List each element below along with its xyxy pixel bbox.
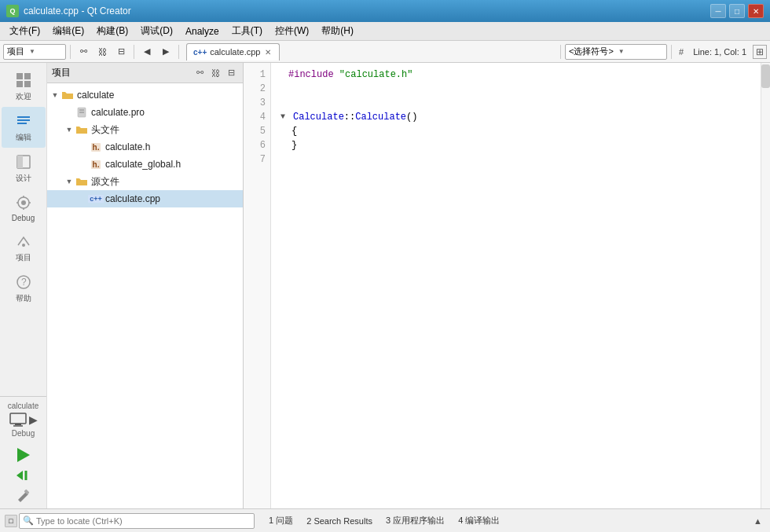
link-button[interactable]: ⛓: [94, 43, 111, 61]
bottom-tab-search-num: 2: [306, 516, 311, 526]
editor-tab-calculate-cpp[interactable]: c++ calculate.cpp ✕: [186, 43, 280, 61]
titlebar-controls: ─ □ ✕: [710, 4, 764, 18]
titlebar-title: calculate.cpp - Qt Creator: [24, 6, 710, 17]
debug-expand-arrow[interactable]: ▶: [29, 413, 38, 426]
tree-item-headers-label: 头文件: [91, 123, 119, 137]
toolbar-sep-3: [178, 45, 179, 59]
cpp-file-icon-tree: c++: [90, 193, 102, 205]
line-num-2: 2: [244, 82, 266, 96]
collapse-tree-button[interactable]: ⊟: [224, 66, 238, 80]
menu-analyze[interactable]: Analyze: [179, 24, 226, 39]
open-brace: {: [292, 124, 297, 138]
minimize-button[interactable]: ─: [710, 4, 726, 18]
hammer-icon: [15, 489, 32, 503]
menu-edit[interactable]: 编辑(E): [46, 23, 90, 39]
maximize-button[interactable]: □: [729, 4, 745, 18]
menu-tools[interactable]: 工具(T): [226, 23, 269, 39]
file-tree-header: 项目 ⚯ ⛓ ⊟: [47, 63, 243, 83]
tree-item-calculate-cpp-label: calculate.cpp: [105, 193, 160, 204]
toolbar-sep-2: [134, 45, 134, 59]
code-line-7: [280, 152, 751, 167]
include-string-1: "calculate.h": [339, 68, 413, 82]
menu-file[interactable]: 文件(F): [3, 23, 46, 39]
line-numbers: 1 2 3 4 5 6 7: [244, 63, 271, 508]
sidebar-item-help-label: 帮助: [16, 293, 31, 304]
step-button[interactable]: [12, 466, 35, 485]
up-arrow-icon[interactable]: ▲: [750, 515, 765, 527]
vscroll-thumb[interactable]: [761, 64, 770, 88]
line-num-6: 6: [244, 138, 266, 152]
tree-item-sources-label: 源文件: [91, 175, 119, 189]
locate-search-input[interactable]: [36, 516, 251, 526]
bottom-tab-search-results[interactable]: 2 Search Results: [300, 515, 379, 527]
symbol-combo[interactable]: <选择符号> ▼: [565, 44, 667, 60]
run-button[interactable]: [12, 446, 35, 464]
project-combo-arrow: ▼: [29, 48, 35, 55]
line-num-7: 7: [244, 152, 266, 167]
filter-tree-button[interactable]: ⚯: [192, 66, 207, 80]
tree-item-calculate-global-h[interactable]: ▶ h. calculate_global.h: [47, 156, 243, 173]
sidebar-item-debug[interactable]: Debug: [2, 189, 46, 227]
pro-file-icon: [75, 106, 88, 119]
line-info: Line: 1, Col: 1: [688, 47, 751, 57]
bottom-right: ▲: [750, 516, 765, 526]
tree-item-calculate-global-h-label: calculate_global.h: [105, 159, 181, 170]
expand-button[interactable]: ⊞: [753, 45, 767, 59]
editor-tab-label: calculate.cpp: [210, 47, 260, 57]
editor-vscroll[interactable]: [761, 63, 770, 508]
menu-controls[interactable]: 控件(W): [269, 23, 315, 39]
menu-build[interactable]: 构建(B): [90, 23, 134, 39]
line-num-3: 3: [244, 96, 266, 110]
sidebar-item-debug-label: Debug: [12, 214, 35, 222]
bottom-tab-compile-num: 4: [458, 515, 463, 525]
sidebar-item-projects[interactable]: 项目: [2, 227, 46, 268]
sidebar-item-design[interactable]: 设计: [2, 148, 46, 189]
filter-button[interactable]: ⚯: [75, 43, 92, 61]
menu-debug[interactable]: 调试(D): [134, 23, 179, 39]
bottom-tab-compile-output[interactable]: 4 编译输出: [452, 513, 506, 528]
tree-item-root[interactable]: ▼ calculate: [47, 86, 243, 104]
build-button[interactable]: [12, 486, 35, 505]
svg-rect-18: [10, 413, 26, 424]
toolbar-sep-1: [70, 45, 71, 59]
bottom-tab-app-output[interactable]: 3 应用程序输出: [380, 513, 451, 528]
left-sidebar: 欢迎 编辑: [0, 63, 47, 508]
tree-item-calculate-h[interactable]: ▶ h. calculate.h: [47, 138, 243, 156]
locate-search-box[interactable]: 🔍: [19, 513, 255, 529]
sidebar-item-help[interactable]: ? 帮助: [2, 268, 46, 309]
code-line-4: ▼ Calculate::Calculate(): [280, 110, 751, 124]
code-content[interactable]: #include "calculate.h" ▼ Calculate::Calc…: [271, 63, 761, 508]
close-button[interactable]: ✕: [748, 4, 764, 18]
bottom-toggle-button[interactable]: □: [5, 515, 17, 527]
svg-rect-3: [24, 81, 31, 87]
nav-forward-button[interactable]: ▶: [157, 43, 174, 61]
tree-item-calculate-h-label: calculate.h: [105, 141, 150, 152]
file-tree-header-label: 项目: [52, 66, 71, 79]
edit-icon: [14, 112, 33, 130]
main-toolbar: 项目 ▼ ⚯ ⛓ ⊟ ◀ ▶ c++ calculate.cpp ✕ <选择符号…: [0, 41, 770, 63]
sidebar-item-edit[interactable]: 编辑: [2, 107, 46, 148]
menu-help[interactable]: 帮助(H): [315, 23, 360, 39]
bottom-tab-issues[interactable]: 1 问题: [262, 513, 299, 528]
toolbar-sep-5: [671, 45, 672, 59]
tree-item-sources-folder[interactable]: ▼ 源文件: [47, 173, 243, 190]
code-line-1: #include "calculate.h": [280, 68, 751, 82]
scope-sep: ::: [344, 110, 355, 124]
sidebar-item-projects-label: 项目: [16, 252, 31, 263]
tree-item-headers-folder[interactable]: ▼ 头文件: [47, 121, 243, 138]
svg-rect-5: [17, 119, 30, 121]
code-line-5: {: [280, 124, 751, 138]
sidebar-item-welcome[interactable]: 欢迎: [2, 66, 46, 107]
tab-close-button[interactable]: ✕: [263, 47, 273, 57]
tree-item-calculate-cpp[interactable]: ▶ c++ calculate.cpp: [47, 190, 243, 207]
collapse-button[interactable]: ⊟: [112, 43, 130, 61]
app-icon: Q: [6, 5, 19, 17]
tree-item-pro[interactable]: ▶ calculate.pro: [47, 104, 243, 121]
headers-expand-arrow: ▼: [64, 126, 74, 134]
nav-back-button[interactable]: ◀: [138, 43, 156, 61]
code-line-6: }: [280, 138, 751, 152]
paren-1: (): [406, 110, 417, 124]
project-combo[interactable]: 项目 ▼: [3, 44, 66, 60]
link-tree-button[interactable]: ⛓: [208, 66, 222, 80]
app-icon-label: Q: [9, 7, 15, 15]
